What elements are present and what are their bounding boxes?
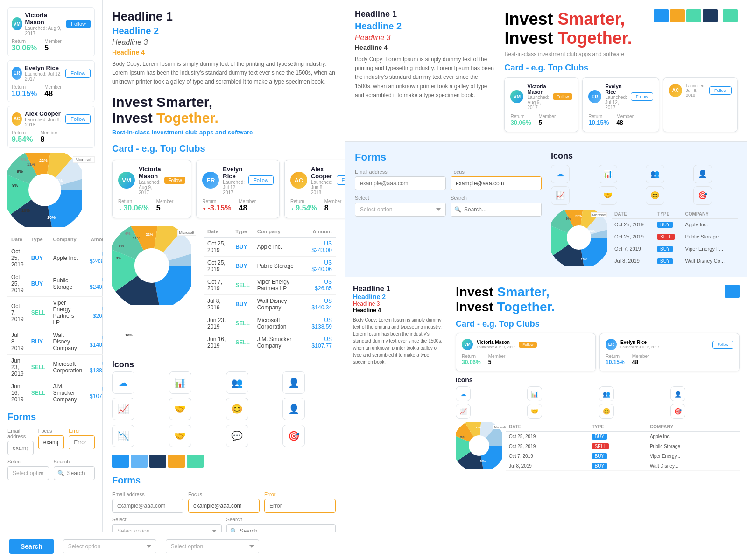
follow-victoria-mid[interactable]: Follow [164, 177, 185, 184]
rb-follow-v[interactable]: Follow [519, 342, 537, 348]
follow-alex-mid[interactable]: Follow [337, 175, 345, 185]
email-label-mid: Email address [112, 491, 183, 497]
name-evelyn-mid: Evelyn Rice [223, 166, 245, 180]
error-input-mid[interactable] [264, 499, 336, 513]
rb-icon-1: ☁ [456, 386, 471, 401]
launched-v-right: Launched: Aug 9, 2017 [527, 95, 549, 110]
form-row2-right: Select Select option Search [355, 195, 542, 217]
launched-victoria-mid: Launched: Aug 9, 2017 [139, 180, 161, 195]
rb-icons-title: Icons [456, 376, 740, 384]
return-victoria-mid: 30.06% [118, 204, 149, 212]
bottom-search-btn[interactable]: Search [9, 539, 54, 554]
right-section: Headline 1 Headline 2 Headline 3 Headlin… [345, 0, 747, 560]
icon-chart: 📊 [169, 371, 191, 394]
avatar-alex: AC [12, 112, 22, 126]
swatch-teal [187, 455, 204, 468]
left-table: Date Type Company Amount Oct 25, 2019 BU… [7, 234, 113, 406]
follow-btn-alex[interactable]: Follow [65, 114, 91, 124]
pct-22: 22% [39, 158, 48, 163]
email-input-mid[interactable] [112, 499, 183, 513]
follow-v-right[interactable]: Follow [553, 93, 572, 100]
right-hero-brand: Invest Smarter, Invest Together. Best-in… [504, 9, 738, 132]
r-icon-1: ☁ [551, 165, 570, 183]
card-launched-evelyn: Launched: Jul 12, 2017 [25, 71, 63, 82]
launched-evelyn-mid: Launched: Jul 12, 2017 [223, 180, 245, 195]
search-input-left[interactable] [54, 466, 95, 480]
rb-icon-4: 👤 [670, 386, 685, 401]
left-forms-section: Forms Email address Focus Error Select [7, 412, 95, 480]
name-v-right: Victoria Mason [527, 84, 549, 95]
card-victoria-right: VM Victoria Mason Launched: Aug 9, 2017 … [504, 77, 578, 132]
pie-mid: Microsoft 22% 18% 16% 11% 6% 9% 9% 10% [112, 226, 196, 352]
rb-pie: Microsoft 22% 9% 16% [456, 422, 502, 471]
error-group-mid: Error [264, 491, 336, 513]
right-cards-grid: VM Victoria Mason Launched: Aug 9, 2017 … [504, 77, 738, 132]
follow-evelyn-mid[interactable]: Follow [248, 175, 274, 185]
name-victoria-mid: Victoria Mason [139, 166, 161, 180]
rb-body: Body Copy: Lorem Ipsum is simply dummy t… [353, 316, 446, 365]
chart-table-mid: Microsoft 22% 18% 16% 11% 6% 9% 9% 10% D… [112, 226, 336, 352]
rb-follow-e[interactable]: Follow [712, 341, 733, 349]
card-evelyn-right: ER Evelyn Rice Launched: Jul 12, 2017 Fo… [582, 77, 659, 132]
right-pie-table: Microsoft 22% 18% 16% 9% DATE TYPE COMPA… [551, 210, 738, 267]
avatar-victoria: VM [12, 17, 22, 30]
hero-text-mid: Invest Smarter, Invest Together. Best-in… [112, 94, 253, 136]
error-label: Error [69, 428, 95, 434]
select-group: Select Select option [7, 459, 49, 480]
table-row: Oct 25, 2019BUYApple Inc.US $243.00 [204, 237, 336, 256]
follow-btn-victoria[interactable]: Follow [66, 20, 91, 28]
icons-title-mid: Icons [112, 360, 336, 370]
select-inp-right[interactable]: Select option [355, 203, 446, 217]
bottom-select-1[interactable]: Select option [63, 539, 156, 553]
table-row: Oct 25, 2019 SELL Public Storage [506, 441, 740, 451]
th-type: Type [28, 234, 49, 245]
table-row: Jun 23, 2019 SELL Microsoft Corporation … [7, 355, 113, 380]
email-input[interactable] [7, 441, 34, 455]
search-wrap [54, 466, 95, 480]
forms-title-mid: Forms [112, 475, 336, 486]
rb-hero-row: Invest Smarter, Invest Together. [456, 285, 740, 315]
hero-line2: Invest Together. [112, 110, 253, 126]
bottom-select-2[interactable]: Select option [166, 539, 259, 553]
email-inp-right[interactable] [355, 176, 446, 190]
r-icon-6: 🤝 [599, 186, 617, 205]
focus-input[interactable] [38, 435, 64, 449]
rb-hero-text: Invest Smarter, Invest Together. [456, 285, 555, 315]
select-grp-right: Select Select option [355, 195, 446, 217]
avatar-a-right: AC [669, 84, 682, 97]
follow-a-right[interactable]: Follow [709, 86, 732, 95]
pct-16: 16% [47, 215, 56, 220]
search-inp-right[interactable] [451, 203, 542, 217]
swatches-mid [112, 455, 336, 468]
icon-user: 👤 [282, 371, 305, 394]
r-icon-3: 👥 [646, 165, 664, 183]
rb-icon-8: 🎯 [670, 404, 685, 419]
form-grid-mid: Email address Focus Error [112, 491, 336, 513]
avatar-v-right: VM [510, 90, 523, 103]
form-grid-left: Email address Focus Error [7, 428, 95, 455]
right-hero-text: Headline 1 Headline 2 Headline 3 Headlin… [355, 9, 495, 132]
card-alex-right: AC Launched: Jun 8, 2018 Follow [663, 77, 738, 132]
focus-input-mid[interactable] [188, 499, 260, 513]
focus-label-mid: Focus [188, 491, 260, 497]
mid-table: Date Type Company Amount Oct 25, 2019BUY… [204, 226, 336, 352]
right-swatches-top [654, 9, 738, 22]
error-group: Error [69, 428, 95, 455]
avatar-victoria-mid: VM [118, 172, 135, 189]
follow-btn-evelyn[interactable]: Follow [65, 69, 91, 78]
select-input[interactable]: Select option [7, 466, 49, 480]
rb-icons-grid: ☁ 📊 👥 👤 📈 🤝 😊 🎯 [456, 386, 740, 419]
form-grid2-left: Select Select option Search [7, 459, 95, 480]
r-icon-5: 📈 [551, 186, 570, 205]
mini-card-3: AC Alex Cooper Launched: Jun 8, 2018 Fol… [7, 106, 95, 148]
member-evelyn: 48 [44, 90, 62, 98]
icon-trending: 📈 [112, 398, 134, 420]
error-input[interactable] [69, 435, 95, 449]
launched-e-right: Launched: Jul 12, 2017 [605, 95, 627, 110]
svg-point-17 [567, 225, 591, 250]
follow-e-right[interactable]: Follow [631, 92, 653, 101]
rb-pie-svg [456, 422, 502, 469]
right-brand-row: Invest Smarter, Invest Together. Best-in… [504, 9, 738, 57]
right-brand-text: Invest Smarter, Invest Together. Best-in… [504, 9, 632, 57]
focus-inp-right[interactable] [451, 176, 542, 190]
